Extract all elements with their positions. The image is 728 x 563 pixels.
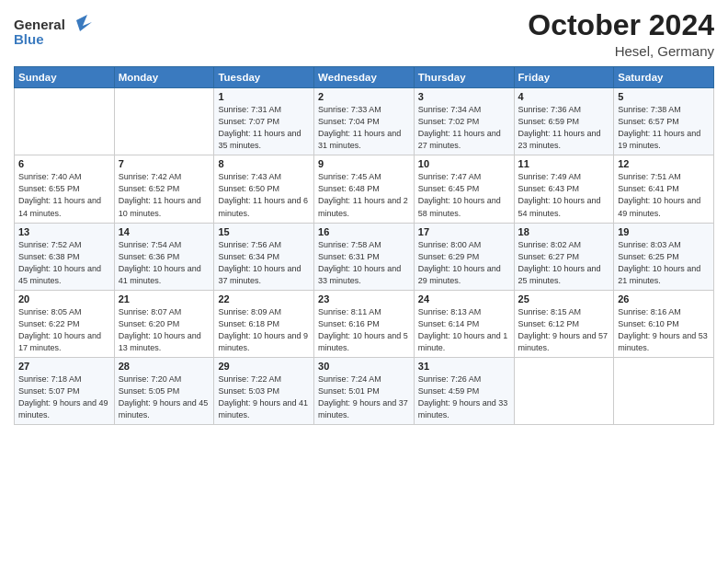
table-row: 10Sunrise: 7:47 AMSunset: 6:45 PMDayligh… bbox=[414, 155, 514, 223]
table-row bbox=[614, 357, 714, 424]
day-info: Sunrise: 7:42 AMSunset: 6:52 PMDaylight:… bbox=[119, 171, 210, 219]
day-info: Sunrise: 8:13 AMSunset: 6:14 PMDaylight:… bbox=[418, 306, 510, 354]
weekday-header-sunday: Sunday bbox=[15, 67, 115, 88]
table-row: 3Sunrise: 7:34 AMSunset: 7:02 PMDaylight… bbox=[414, 88, 514, 155]
table-row: 31Sunrise: 7:26 AMSunset: 4:59 PMDayligh… bbox=[414, 357, 514, 424]
calendar-table: SundayMondayTuesdayWednesdayThursdayFrid… bbox=[14, 66, 714, 425]
day-number: 4 bbox=[518, 91, 610, 102]
day-info: Sunrise: 8:09 AMSunset: 6:18 PMDaylight:… bbox=[218, 306, 310, 354]
table-row: 24Sunrise: 8:13 AMSunset: 6:14 PMDayligh… bbox=[414, 290, 514, 357]
day-info: Sunrise: 7:47 AMSunset: 6:45 PMDaylight:… bbox=[418, 171, 510, 219]
weekday-header-wednesday: Wednesday bbox=[314, 67, 415, 88]
svg-text:Blue: Blue bbox=[14, 31, 44, 47]
day-info: Sunrise: 7:40 AMSunset: 6:55 PMDaylight:… bbox=[18, 171, 110, 219]
table-row: 11Sunrise: 7:49 AMSunset: 6:43 PMDayligh… bbox=[514, 155, 614, 223]
table-row: 18Sunrise: 8:02 AMSunset: 6:27 PMDayligh… bbox=[514, 223, 614, 290]
table-row: 9Sunrise: 7:45 AMSunset: 6:48 PMDaylight… bbox=[314, 155, 415, 223]
day-number: 16 bbox=[318, 226, 410, 237]
logo-icon: General Blue bbox=[14, 13, 97, 52]
day-number: 30 bbox=[318, 361, 410, 372]
day-info: Sunrise: 7:34 AMSunset: 7:02 PMDaylight:… bbox=[418, 104, 510, 152]
day-number: 12 bbox=[618, 158, 710, 169]
day-info: Sunrise: 7:49 AMSunset: 6:43 PMDaylight:… bbox=[518, 171, 610, 219]
table-row: 17Sunrise: 8:00 AMSunset: 6:29 PMDayligh… bbox=[414, 223, 514, 290]
day-number: 25 bbox=[518, 293, 610, 304]
day-number: 24 bbox=[418, 293, 510, 304]
table-row: 13Sunrise: 7:52 AMSunset: 6:38 PMDayligh… bbox=[15, 223, 115, 290]
table-row: 29Sunrise: 7:22 AMSunset: 5:03 PMDayligh… bbox=[214, 357, 314, 424]
day-number: 5 bbox=[618, 91, 710, 102]
day-number: 28 bbox=[119, 361, 210, 372]
day-info: Sunrise: 7:20 AMSunset: 5:05 PMDaylight:… bbox=[119, 373, 210, 421]
day-info: Sunrise: 7:52 AMSunset: 6:38 PMDaylight:… bbox=[18, 239, 110, 287]
weekday-header-tuesday: Tuesday bbox=[214, 67, 314, 88]
table-row: 23Sunrise: 8:11 AMSunset: 6:16 PMDayligh… bbox=[314, 290, 415, 357]
table-row: 5Sunrise: 7:38 AMSunset: 6:57 PMDaylight… bbox=[614, 88, 714, 155]
table-row: 26Sunrise: 8:16 AMSunset: 6:10 PMDayligh… bbox=[614, 290, 714, 357]
day-number: 20 bbox=[18, 293, 110, 304]
day-number: 23 bbox=[318, 293, 410, 304]
table-row: 30Sunrise: 7:24 AMSunset: 5:01 PMDayligh… bbox=[314, 357, 415, 424]
day-info: Sunrise: 7:45 AMSunset: 6:48 PMDaylight:… bbox=[318, 171, 410, 219]
day-number: 10 bbox=[418, 158, 510, 169]
table-row: 16Sunrise: 7:58 AMSunset: 6:31 PMDayligh… bbox=[314, 223, 415, 290]
table-row: 20Sunrise: 8:05 AMSunset: 6:22 PMDayligh… bbox=[15, 290, 115, 357]
day-number: 9 bbox=[318, 158, 410, 169]
day-info: Sunrise: 8:07 AMSunset: 6:20 PMDaylight:… bbox=[119, 306, 210, 354]
location-title: Hesel, Germany bbox=[528, 43, 714, 59]
day-number: 1 bbox=[218, 91, 310, 102]
table-row: 1Sunrise: 7:31 AMSunset: 7:07 PMDaylight… bbox=[214, 88, 314, 155]
title-block: October 2024 Hesel, Germany bbox=[528, 9, 714, 59]
day-info: Sunrise: 8:11 AMSunset: 6:16 PMDaylight:… bbox=[318, 306, 410, 354]
day-number: 21 bbox=[119, 293, 210, 304]
day-info: Sunrise: 7:54 AMSunset: 6:36 PMDaylight:… bbox=[119, 239, 210, 287]
day-info: Sunrise: 8:15 AMSunset: 6:12 PMDaylight:… bbox=[518, 306, 610, 354]
day-info: Sunrise: 7:43 AMSunset: 6:50 PMDaylight:… bbox=[218, 171, 310, 219]
day-info: Sunrise: 7:18 AMSunset: 5:07 PMDaylight:… bbox=[18, 373, 110, 421]
table-row: 7Sunrise: 7:42 AMSunset: 6:52 PMDaylight… bbox=[114, 155, 214, 223]
logo: General Blue bbox=[14, 13, 97, 55]
table-row: 19Sunrise: 8:03 AMSunset: 6:25 PMDayligh… bbox=[614, 223, 714, 290]
weekday-header-saturday: Saturday bbox=[614, 67, 714, 88]
day-number: 26 bbox=[618, 293, 710, 304]
table-row: 8Sunrise: 7:43 AMSunset: 6:50 PMDaylight… bbox=[214, 155, 314, 223]
svg-text:General: General bbox=[14, 17, 65, 32]
day-number: 11 bbox=[518, 158, 610, 169]
day-number: 27 bbox=[18, 361, 110, 372]
table-row: 4Sunrise: 7:36 AMSunset: 6:59 PMDaylight… bbox=[514, 88, 614, 155]
day-info: Sunrise: 7:22 AMSunset: 5:03 PMDaylight:… bbox=[218, 373, 310, 421]
svg-marker-2 bbox=[76, 15, 92, 31]
table-row: 21Sunrise: 8:07 AMSunset: 6:20 PMDayligh… bbox=[114, 290, 214, 357]
day-number: 17 bbox=[418, 226, 510, 237]
table-row: 28Sunrise: 7:20 AMSunset: 5:05 PMDayligh… bbox=[114, 357, 214, 424]
day-info: Sunrise: 7:51 AMSunset: 6:41 PMDaylight:… bbox=[618, 171, 710, 219]
day-info: Sunrise: 7:56 AMSunset: 6:34 PMDaylight:… bbox=[218, 239, 310, 287]
day-info: Sunrise: 8:16 AMSunset: 6:10 PMDaylight:… bbox=[618, 306, 710, 354]
day-number: 13 bbox=[18, 226, 110, 237]
weekday-header-friday: Friday bbox=[514, 67, 614, 88]
day-number: 29 bbox=[218, 361, 310, 372]
day-info: Sunrise: 7:36 AMSunset: 6:59 PMDaylight:… bbox=[518, 104, 610, 152]
day-info: Sunrise: 7:26 AMSunset: 4:59 PMDaylight:… bbox=[418, 373, 510, 421]
weekday-header-monday: Monday bbox=[114, 67, 214, 88]
month-title: October 2024 bbox=[528, 9, 714, 41]
day-info: Sunrise: 7:24 AMSunset: 5:01 PMDaylight:… bbox=[318, 373, 410, 421]
day-info: Sunrise: 7:33 AMSunset: 7:04 PMDaylight:… bbox=[318, 104, 410, 152]
day-number: 19 bbox=[618, 226, 710, 237]
weekday-header-thursday: Thursday bbox=[414, 67, 514, 88]
day-info: Sunrise: 8:03 AMSunset: 6:25 PMDaylight:… bbox=[618, 239, 710, 287]
day-number: 8 bbox=[218, 158, 310, 169]
day-number: 14 bbox=[119, 226, 210, 237]
day-number: 3 bbox=[418, 91, 510, 102]
table-row bbox=[114, 88, 214, 155]
day-info: Sunrise: 7:38 AMSunset: 6:57 PMDaylight:… bbox=[618, 104, 710, 152]
day-number: 15 bbox=[218, 226, 310, 237]
day-number: 18 bbox=[518, 226, 610, 237]
day-info: Sunrise: 8:05 AMSunset: 6:22 PMDaylight:… bbox=[18, 306, 110, 354]
day-info: Sunrise: 8:02 AMSunset: 6:27 PMDaylight:… bbox=[518, 239, 610, 287]
day-number: 7 bbox=[119, 158, 210, 169]
table-row: 6Sunrise: 7:40 AMSunset: 6:55 PMDaylight… bbox=[15, 155, 115, 223]
table-row: 15Sunrise: 7:56 AMSunset: 6:34 PMDayligh… bbox=[214, 223, 314, 290]
day-info: Sunrise: 8:00 AMSunset: 6:29 PMDaylight:… bbox=[418, 239, 510, 287]
table-row bbox=[15, 88, 115, 155]
